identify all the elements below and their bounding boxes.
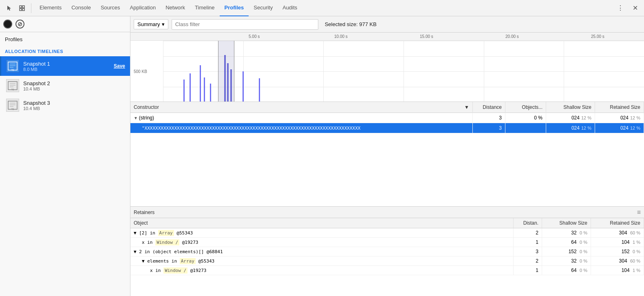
tab-application[interactable]: Application	[125, 0, 161, 16]
scale-label-4: 25.00 s	[591, 34, 604, 39]
ret-th-distance: Distan.	[514, 218, 542, 228]
ret-td-retained-0: 304 60 %	[591, 228, 644, 238]
tab-audits[interactable]: Audits	[278, 0, 302, 16]
snapshot-size-3: 10.4 MB	[23, 106, 125, 111]
td-shallow-0: 02412 %	[546, 113, 595, 123]
table-section: Constructor ▼ Distance Objects... Shallo…	[130, 102, 644, 296]
ret-td-dist-2: 3	[514, 247, 542, 256]
td-distance-0: 3	[473, 113, 505, 123]
ret-td-object-3: ▼ elements in Array @55343	[130, 256, 514, 266]
summary-dropdown[interactable]: Summary ▾	[134, 19, 168, 29]
chart-bar-3	[204, 77, 205, 102]
tab-timeline[interactable]: Timeline	[190, 0, 220, 16]
list-item[interactable]: ▼ elements in Array @55343232 0 %304 60 …	[130, 256, 644, 266]
close-button[interactable]: ✕	[629, 2, 641, 14]
cursor-icon[interactable]	[3, 2, 15, 14]
svg-text:%: %	[11, 68, 14, 71]
scale-label-0: 5.00 s	[249, 34, 260, 39]
snapshot-icon-3: %	[6, 99, 19, 112]
th-objects: Objects...	[505, 102, 546, 113]
svg-rect-3	[22, 9, 24, 11]
constructor-table-header: Constructor ▼ Distance Objects... Shallo…	[130, 102, 644, 113]
snapshot-info-2: Snapshot 210.4 MB	[23, 80, 125, 91]
dropdown-arrow-icon: ▾	[162, 21, 165, 27]
clear-button[interactable]: ⊘	[15, 20, 24, 29]
svg-rect-1	[22, 6, 24, 8]
ret-td-dist-1: 1	[514, 238, 542, 247]
timeline-scale: 5.00 s10.00 s15.00 s20.00 s25.00 s30.00 …	[130, 33, 644, 41]
tab-profiles[interactable]: Profiles	[220, 0, 249, 16]
chart-bars	[163, 41, 644, 102]
td-retained-0: 02412 %	[595, 113, 644, 123]
class-filter-input[interactable]	[172, 19, 318, 30]
constructor-filter-icon[interactable]: ▼	[464, 104, 469, 110]
scale-label-3: 20.00 s	[505, 34, 519, 39]
ret-td-shallow-2: 152 0 %	[542, 247, 591, 256]
ret-td-object-2: ▼ 2 in (object elements)[] @68841	[130, 247, 514, 256]
content-area: Summary ▾ Selected size: 977 KB 5.00 s10…	[130, 16, 644, 296]
constructor-data-table: Constructor ▼ Distance Objects... Shallo…	[130, 102, 644, 206]
snapshot-item-1[interactable]: %Snapshot 18.0 MBSave	[0, 56, 130, 76]
table-row[interactable]: "XXXXXXXXXXXXXXXXXXXXXXXXXXXXXXXXXXXXXXX…	[130, 123, 644, 133]
ret-td-retained-3: 304 60 %	[591, 256, 644, 266]
ret-td-shallow-0: 32 0 %	[542, 228, 591, 238]
ret-td-shallow-3: 32 0 %	[542, 256, 591, 266]
snapshot-icon-1: %	[6, 60, 19, 73]
devtools-container: ElementsConsoleSourcesApplicationNetwork…	[0, 0, 644, 296]
td-constructor-0: ▼ (string)	[130, 113, 473, 123]
toolbar-divider	[31, 3, 31, 13]
scroll-icon: ≡	[637, 209, 641, 216]
list-item[interactable]: x in Window / @19273164 0 %104 1 %	[130, 266, 644, 275]
td-shallow-1: 02412 %	[546, 123, 595, 133]
timeline-chart[interactable]: 500 KB	[130, 41, 644, 102]
chart-bar-4	[210, 84, 211, 102]
main-layout: ⊘ Profiles ALLOCATION TIMELINES %Snapsho…	[0, 16, 644, 296]
constructor-table: Constructor ▼ Distance Objects... Shallo…	[130, 102, 644, 133]
constructor-tbody: ▼ (string)30 %02412 %02412 %"XXXXXXXXXXX…	[130, 113, 644, 133]
snapshot-icon-2: %	[6, 79, 19, 92]
td-constructor-1: "XXXXXXXXXXXXXXXXXXXXXXXXXXXXXXXXXXXXXXX…	[130, 123, 473, 133]
ret-td-shallow-4: 64 0 %	[542, 266, 591, 275]
snapshot-item-2[interactable]: %Snapshot 210.4 MB	[0, 76, 130, 95]
scale-label-1: 10.00 s	[334, 34, 348, 39]
svg-rect-2	[20, 9, 22, 11]
ret-td-dist-3: 2	[514, 256, 542, 266]
timeline-area: 5.00 s10.00 s15.00 s20.00 s25.00 s30.00 …	[130, 33, 644, 102]
svg-text:%: %	[11, 88, 14, 91]
ret-th-object: Object	[130, 218, 514, 228]
list-item[interactable]: x in Window / @19273164 0 %104 1 %	[130, 238, 644, 247]
th-distance: Distance	[473, 102, 505, 113]
sidebar-title: Profiles	[0, 32, 130, 46]
tab-console[interactable]: Console	[66, 0, 96, 16]
save-link-1[interactable]: Save	[114, 63, 125, 69]
ret-td-dist-4: 1	[514, 266, 542, 275]
td-objects-0: 0 %	[505, 113, 546, 123]
list-item[interactable]: ▼ [2] in Array @55343232 0 %304 60 %	[130, 228, 644, 238]
nav-tabs: ElementsConsoleSourcesApplicationNetwork…	[35, 0, 613, 16]
expand-icon[interactable]: ▼	[134, 116, 139, 120]
list-item[interactable]: ▼ 2 in (object elements)[] @688413152 0 …	[130, 247, 644, 256]
ret-td-retained-2: 152 0 %	[591, 247, 644, 256]
scale-label-2: 15.00 s	[420, 34, 433, 39]
inspect-icon[interactable]	[16, 2, 28, 14]
retainers-table-header: Object Distan. Shallow Size Retained Siz…	[130, 218, 644, 228]
record-button[interactable]	[3, 20, 12, 29]
ret-td-retained-1: 104 1 %	[591, 238, 644, 247]
tab-elements[interactable]: Elements	[35, 0, 66, 16]
selection-range[interactable]	[218, 41, 234, 102]
retainers-title: Retainers	[134, 210, 154, 215]
snapshot-item-3[interactable]: %Snapshot 310.4 MB	[0, 95, 130, 115]
ret-td-object-1: x in Window / @19273	[130, 238, 514, 247]
snapshot-name-3: Snapshot 3	[23, 100, 125, 106]
more-options-button[interactable]: ⋮	[615, 2, 626, 14]
table-row[interactable]: ▼ (string)30 %02412 %02412 %	[130, 113, 644, 123]
summary-label: Summary	[137, 21, 160, 27]
snapshot-name-2: Snapshot 2	[23, 80, 125, 86]
tab-network[interactable]: Network	[161, 0, 190, 16]
tab-sources[interactable]: Sources	[96, 0, 125, 16]
content-toolbar: Summary ▾ Selected size: 977 KB	[130, 16, 644, 33]
chart-bar-1	[190, 73, 191, 102]
retainers-header: Retainers ≡	[130, 207, 644, 218]
tab-security[interactable]: Security	[249, 0, 278, 16]
retainers-table: Object Distan. Shallow Size Retained Siz…	[130, 218, 644, 275]
